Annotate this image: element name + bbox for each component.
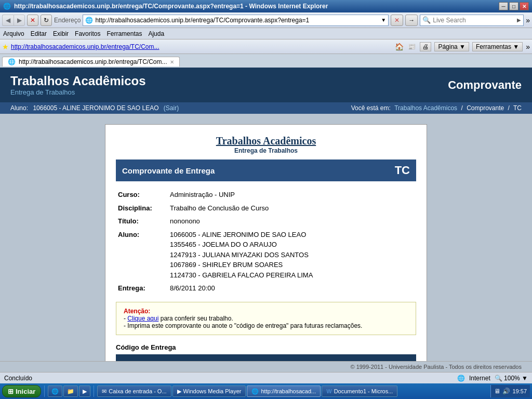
browser-icon: 🌐	[3, 3, 11, 10]
tab-bar: 🌐 http://trabalhosacademicos.unip.br/ent…	[0, 54, 532, 68]
receipt-fields: Curso: Administração - UNIP Disciplina: …	[116, 190, 416, 294]
address-dropdown-icon[interactable]: ▼	[381, 17, 386, 23]
receipt-logo-title: Trabalhos Acadêmicos	[116, 135, 416, 147]
feeds-btn[interactable]: 📰	[408, 43, 416, 50]
navigation-bar: ◀ ▶ ✕ ↻ Endereço 🌐 ▼ ✕ → 🔍 ▶ »	[0, 12, 532, 28]
favorites-bar: ★ http://trabalhosacademicos.unip.br/ent…	[0, 39, 532, 54]
breadcrumb-home-link[interactable]: Trabalhos Acadêmicos	[394, 104, 457, 112]
active-tab[interactable]: 🌐 http://trabalhosacademicos.unip.br/ent…	[2, 57, 180, 66]
field-aluno: Aluno: 1066005 - ALINE JERONIMO DE SAO L…	[118, 230, 414, 281]
page-nav: Aluno: 1066005 - ALINE JERONIMO DE SAO L…	[0, 102, 532, 114]
aluno-0: 1066005 - ALINE JERONIMO DE SAO LEAO	[170, 231, 306, 238]
title-bar: 🌐 http://trabalhosacademicos.unip.br/ent…	[0, 0, 532, 12]
url-input[interactable]	[95, 17, 379, 24]
receipt-box: Trabalhos Acadêmicos Entrega de Trabalho…	[105, 124, 427, 361]
site-subtitle: Entrega de Trabalhos	[10, 88, 146, 96]
search-area: 🔍 ▶	[420, 15, 524, 26]
page-header: Trabalhos Acadêmicos Entrega de Trabalho…	[0, 68, 532, 102]
content-area: Trabalhos Acadêmicos Entrega de Trabalho…	[0, 114, 532, 361]
aluno-list: 1066005 - ALINE JERONIMO DE SAO LEAO 135…	[170, 230, 414, 281]
search-submit-icon[interactable]: ▶	[517, 17, 521, 23]
go-button[interactable]: →	[405, 15, 418, 26]
aluno-4: 1124730 - GABRIELA FALCAO PEREIRA LIMA	[170, 271, 313, 279]
codigo-box: 1042b090-b26d-474c-b6c6-244b1949122e	[116, 354, 416, 362]
menu-ferramentas[interactable]: Ferramentas	[107, 30, 142, 37]
close-button[interactable]: ✕	[520, 2, 529, 10]
window-title: http://trabalhosacademicos.unip.br/entre…	[14, 3, 328, 10]
attention-box: Atenção: - Clique aqui para conferir seu…	[116, 302, 416, 335]
search-icon: 🔍	[422, 16, 431, 24]
field-entrega: Entrega: 8/6/2011 20:00	[118, 283, 414, 294]
refresh-button[interactable]: ↻	[41, 15, 52, 26]
page-icon: 🌐	[85, 17, 93, 24]
menu-bar: Arquivo Editar Exibir Favoritos Ferramen…	[0, 28, 532, 39]
disciplina-label: Disciplina:	[118, 203, 170, 214]
curso-value: Administração - UNIP	[170, 190, 414, 200]
receipt-logo: Trabalhos Acadêmicos Entrega de Trabalho…	[116, 135, 416, 154]
curso-label: Curso:	[118, 190, 170, 200]
tools-menu-btn[interactable]: Ferramentas ▼	[472, 42, 523, 51]
maximize-button[interactable]: □	[509, 2, 518, 10]
fav-url[interactable]: http://trabalhosacademicos.unip.br/entre…	[11, 43, 159, 50]
tab-icon: 🌐	[8, 58, 16, 65]
page-menu-btn[interactable]: Página ▼	[434, 42, 469, 51]
site-title: Trabalhos Acadêmicos	[10, 74, 146, 88]
breadcrumb-current: Comprovante	[467, 104, 504, 112]
footer-text: © 1999-2011 - Universidade Paulista - To…	[350, 364, 522, 370]
internet-zone-icon: 🌐	[457, 375, 465, 382]
minimize-button[interactable]: ─	[499, 2, 508, 10]
toolbar-expand-icon[interactable]: »	[526, 16, 530, 24]
clique-aqui-link[interactable]: Clique aqui	[127, 315, 158, 322]
receipt-header-code: TC	[395, 164, 410, 177]
status-text: Concluído	[4, 375, 32, 382]
receipt-header: Comprovante de Entrega TC	[116, 159, 416, 181]
attention-title: Atenção:	[124, 308, 150, 315]
page-footer: © 1999-2011 - Universidade Paulista - To…	[0, 361, 532, 372]
field-curso: Curso: Administração - UNIP	[118, 190, 414, 200]
breadcrumb-sep2: /	[508, 104, 510, 112]
internet-zone-label: Internet	[469, 375, 490, 382]
breadcrumb-label: Você está em:	[351, 104, 391, 112]
disciplina-value: Trabalho de Conclusão de Curso	[170, 203, 414, 214]
attention-text2: - Imprima este comprovante ou anote o "c…	[124, 322, 408, 329]
field-disciplina: Disciplina: Trabalho de Conclusão de Cur…	[118, 203, 414, 214]
star-icon: ★	[2, 43, 9, 51]
search-input[interactable]	[433, 17, 515, 24]
entrega-label: Entrega:	[118, 283, 170, 294]
tab-close-icon[interactable]: ✕	[170, 59, 174, 65]
titulo-label: Título:	[118, 216, 170, 227]
receipt-header-title: Comprovante de Entrega	[122, 166, 215, 175]
aluno-3: 1067869 - SHIRLEY BRUM SOARES	[170, 261, 283, 269]
aluno-label: Aluno:	[118, 230, 170, 281]
entrega-value: 8/6/2011 20:00	[170, 283, 414, 294]
menu-exibir[interactable]: Exibir	[53, 30, 69, 37]
field-titulo: Título: nononono	[118, 216, 414, 227]
breadcrumb-section: TC	[513, 104, 522, 112]
nav-aluno-label: Aluno:	[10, 104, 28, 112]
menu-arquivo[interactable]: Arquivo	[3, 30, 24, 37]
aluno-2: 1247913 - JULIANA MIYAZAKI DOS SANTOS	[170, 251, 309, 259]
titulo-value: nononono	[170, 216, 414, 227]
status-bar: Concluído 🌐 Internet 🔍 100% ▼	[0, 372, 532, 383]
tab-label: http://trabalhosacademicos.unip.br/entre…	[19, 58, 167, 65]
menu-ajuda[interactable]: Ajuda	[148, 30, 164, 37]
print-btn[interactable]: 🖨	[420, 42, 431, 51]
codigo-label: Código de Entrega	[116, 343, 416, 351]
zoom-level: 🔍 100% ▼	[495, 375, 528, 382]
address-bar[interactable]: 🌐 ▼	[83, 15, 389, 26]
home-btn[interactable]: 🏠	[395, 43, 404, 51]
back-button[interactable]: ◀	[2, 15, 14, 26]
nav-aluno-info: 1066005 - ALINE JERONIMO DE SAO LEAO	[33, 104, 158, 112]
attention-text1: para conferir seu trabalho.	[158, 315, 233, 322]
menu-favoritos[interactable]: Favoritos	[75, 30, 100, 37]
receipt-logo-sub: Entrega de Trabalhos	[116, 147, 416, 154]
aluno-1: 1355465 - JOELMA DO O ARAUJO	[170, 241, 277, 248]
forward-button[interactable]: ▶	[14, 15, 25, 26]
toolbar-expand2-icon[interactable]: »	[526, 43, 530, 51]
menu-editar[interactable]: Editar	[31, 30, 47, 37]
page-title: Comprovante	[448, 78, 522, 92]
breadcrumb-sep1: /	[461, 104, 462, 112]
stop-button[interactable]: ✕	[27, 15, 38, 26]
refresh-stop-btn[interactable]: ✕	[391, 15, 403, 26]
logout-link[interactable]: (Sair)	[164, 104, 179, 112]
